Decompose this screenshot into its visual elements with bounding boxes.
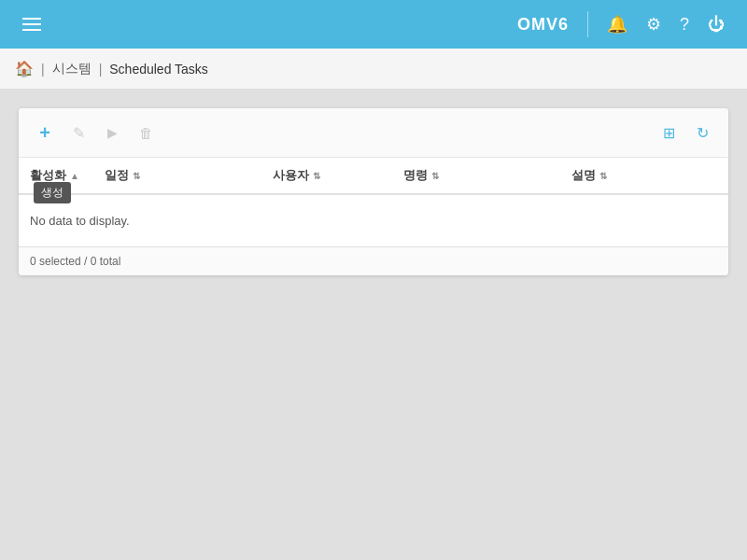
tooltip-label: 생성 xyxy=(41,186,63,199)
scheduled-tasks-table: 활성화 ▲ 일정 ⇅ 사용자 ⇅ xyxy=(19,158,728,246)
sort-icon-enabled: ▲ xyxy=(70,171,79,181)
topbar-left xyxy=(15,7,49,41)
col-header-schedule[interactable]: 일정 ⇅ xyxy=(93,158,261,194)
columns-button[interactable]: ⊞ xyxy=(654,118,684,147)
col-label-command: 명령 xyxy=(403,167,428,184)
refresh-icon: ↻ xyxy=(697,124,709,142)
table-header: 활성화 ▲ 일정 ⇅ 사용자 ⇅ xyxy=(19,158,728,194)
refresh-button[interactable]: ↻ xyxy=(687,118,717,147)
no-data-text: No data to display. xyxy=(19,194,728,246)
breadcrumb-page: Scheduled Tasks xyxy=(109,62,208,77)
home-icon[interactable]: 🏠 xyxy=(15,60,34,77)
col-header-command[interactable]: 명령 ⇅ xyxy=(392,158,560,194)
breadcrumb-system[interactable]: 시스템 xyxy=(52,61,92,77)
brand-label: OMV6 xyxy=(517,15,569,35)
col-header-user[interactable]: 사용자 ⇅ xyxy=(261,158,392,194)
power-icon: ⏻ xyxy=(708,15,725,35)
settings-button[interactable]: ⚙ xyxy=(639,8,669,40)
trash-icon: 🗑 xyxy=(139,125,153,141)
table-toolbar: + ✎ ▶ 🗑 ⊞ ↻ xyxy=(19,108,728,158)
breadcrumb: 🏠 | 시스템 | Scheduled Tasks xyxy=(0,49,747,90)
main-content: + ✎ ▶ 🗑 ⊞ ↻ xyxy=(0,90,747,560)
notifications-button[interactable]: 🔔 xyxy=(599,8,635,40)
table-body: No data to display. xyxy=(19,194,728,246)
columns-icon: ⊞ xyxy=(663,124,675,142)
add-button[interactable]: + xyxy=(30,118,60,147)
topbar-divider xyxy=(587,11,588,37)
edit-icon: ✎ xyxy=(73,124,85,142)
sort-icon-comment: ⇅ xyxy=(599,171,607,181)
sort-icon-schedule: ⇅ xyxy=(133,171,140,181)
col-label-schedule: 일정 xyxy=(105,167,129,184)
breadcrumb-sep-1: | xyxy=(41,62,45,77)
col-header-comment[interactable]: 설명 ⇅ xyxy=(560,158,728,194)
play-icon: ▶ xyxy=(107,125,118,140)
status-bar: 0 selected / 0 total xyxy=(19,246,728,275)
run-button[interactable]: ▶ xyxy=(97,118,127,147)
help-button[interactable]: ? xyxy=(672,9,697,40)
col-label-comment: 설명 xyxy=(571,167,596,184)
scheduled-tasks-panel: + ✎ ▶ 🗑 ⊞ ↻ xyxy=(19,108,728,275)
sort-icon-user: ⇅ xyxy=(313,171,320,181)
create-tooltip: 생성 xyxy=(34,182,71,203)
no-data-row: No data to display. xyxy=(19,194,728,246)
delete-button[interactable]: 🗑 xyxy=(131,118,161,147)
gear-icon: ⚙ xyxy=(646,14,661,35)
hamburger-menu-button[interactable] xyxy=(15,7,49,41)
edit-button[interactable]: ✎ xyxy=(63,118,93,147)
toolbar-right: ⊞ ↻ xyxy=(654,118,717,147)
hamburger-icon xyxy=(19,14,45,35)
col-label-user: 사용자 xyxy=(273,167,309,184)
topbar-right: OMV6 🔔 ⚙ ? ⏻ xyxy=(517,8,732,40)
toolbar-left: + ✎ ▶ 🗑 xyxy=(30,118,161,147)
header-row: 활성화 ▲ 일정 ⇅ 사용자 ⇅ xyxy=(19,158,728,194)
topbar: OMV6 🔔 ⚙ ? ⏻ xyxy=(0,0,747,49)
breadcrumb-sep-2: | xyxy=(99,62,103,77)
power-button[interactable]: ⏻ xyxy=(700,9,732,40)
help-icon: ? xyxy=(680,15,689,35)
plus-icon: + xyxy=(39,122,50,144)
sort-icon-command: ⇅ xyxy=(431,171,439,181)
status-text: 0 selected / 0 total xyxy=(30,255,120,268)
bell-icon: 🔔 xyxy=(607,14,627,35)
